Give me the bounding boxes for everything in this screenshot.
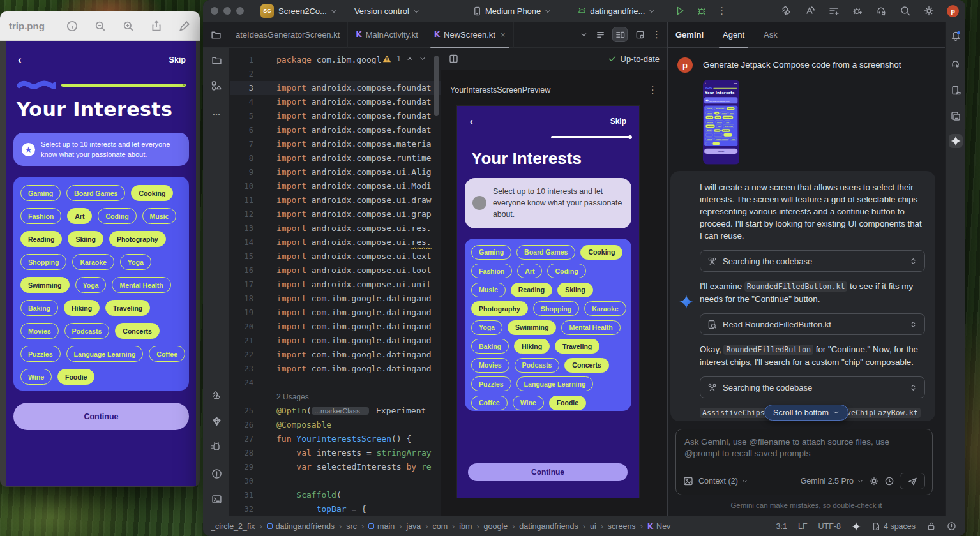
app-quality-insights-icon[interactable] bbox=[209, 414, 223, 428]
back-icon[interactable]: ‹ bbox=[705, 82, 705, 85]
interest-chip[interactable]: Podcasts bbox=[714, 133, 722, 137]
interest-chip[interactable]: Movies bbox=[20, 323, 59, 339]
interest-chip[interactable]: Music bbox=[728, 112, 735, 115]
breadcrumb-item[interactable]: google bbox=[484, 522, 508, 531]
interest-chip[interactable]: Wine bbox=[705, 142, 711, 145]
interest-chip[interactable]: Movies bbox=[705, 133, 712, 137]
interest-chip[interactable]: Traveling bbox=[721, 129, 730, 132]
interest-chip[interactable]: Cooking bbox=[727, 107, 735, 110]
interest-chip[interactable]: Baking bbox=[471, 339, 509, 354]
problems-tool-icon[interactable] bbox=[209, 466, 223, 480]
interest-chip[interactable]: Skiing bbox=[714, 116, 721, 119]
send-button[interactable] bbox=[900, 473, 925, 489]
interest-chip[interactable]: Hiking bbox=[514, 339, 550, 354]
interest-chip[interactable]: Gaming bbox=[471, 245, 511, 260]
interest-chip[interactable]: Fashion bbox=[471, 264, 512, 278]
interest-chip[interactable]: Board Games bbox=[516, 245, 575, 260]
more-tool-windows-icon[interactable]: … bbox=[209, 105, 223, 119]
back-icon[interactable]: ‹ bbox=[18, 54, 22, 66]
debug-button[interactable] bbox=[697, 6, 707, 16]
interest-chip[interactable]: Podcasts bbox=[64, 323, 110, 339]
gemini-status-spark-icon[interactable] bbox=[852, 522, 861, 531]
project-selector[interactable]: Screen2Co... bbox=[278, 6, 338, 16]
usages-hint[interactable]: 2 Usages bbox=[276, 392, 309, 401]
interest-chip[interactable]: Coffee bbox=[149, 346, 185, 362]
gradle-sync-elephant-icon[interactable] bbox=[875, 5, 887, 17]
interest-chip[interactable]: Coffee bbox=[730, 138, 737, 141]
interest-chip[interactable]: Concerts bbox=[723, 133, 732, 137]
continue-button[interactable]: Continue bbox=[704, 149, 737, 154]
zoom-in-icon[interactable] bbox=[122, 20, 135, 33]
code-line[interactable]: 17import androidx.compose.ui.unit bbox=[230, 278, 441, 292]
preview-composable-name[interactable]: YourInterestsScreenPreview bbox=[450, 86, 550, 94]
interest-chip[interactable]: Mental Health bbox=[112, 277, 170, 293]
code-line[interactable]: 2 Usages bbox=[230, 390, 441, 404]
code-line[interactable]: 12import androidx.compose.ui.grap bbox=[230, 207, 441, 221]
interest-chip[interactable]: Yoga bbox=[471, 320, 502, 335]
interest-chip[interactable]: Mental Health bbox=[561, 320, 620, 335]
compose-preview-phone[interactable]: ‹SkipYour InterestsSelect up to 10 inter… bbox=[457, 106, 639, 498]
interest-chip[interactable]: Shopping bbox=[20, 254, 66, 270]
profiler-bug-icon[interactable] bbox=[852, 5, 863, 17]
interest-chip[interactable]: Language Learning bbox=[714, 138, 729, 141]
interest-chip[interactable]: Coding bbox=[547, 264, 585, 278]
interest-chip[interactable]: Cooking bbox=[580, 245, 622, 260]
interest-chip[interactable]: Fashion bbox=[705, 112, 713, 115]
skip-button[interactable]: Skip bbox=[734, 82, 737, 84]
code-line[interactable]: 15import androidx.compose.ui.text bbox=[230, 249, 441, 264]
code-line[interactable]: 26@Composable bbox=[230, 418, 441, 432]
more-actions-kebab[interactable]: ⋮ bbox=[717, 5, 727, 17]
code-editor[interactable]: 1package com.ibm.googl23import androidx.… bbox=[230, 48, 441, 516]
interest-chip[interactable]: Karaoke bbox=[584, 301, 626, 316]
build-tool-icon[interactable] bbox=[209, 389, 223, 403]
breadcrumb-item[interactable]: datingandfriends bbox=[519, 522, 578, 531]
code-line[interactable]: 14import androidx.compose.ui.res. bbox=[230, 235, 441, 249]
interest-chip[interactable]: Concerts bbox=[564, 358, 609, 373]
interest-chip[interactable]: Puzzles bbox=[471, 376, 511, 391]
tab-agent[interactable]: Agent bbox=[723, 22, 744, 48]
tab-close-icon[interactable]: × bbox=[501, 30, 506, 40]
breadcrumb-item[interactable]: ui bbox=[590, 522, 596, 531]
code-line[interactable]: 9import androidx.compose.ui.Alig bbox=[230, 165, 441, 179]
interest-chip[interactable]: Art bbox=[517, 264, 542, 278]
interest-chip[interactable]: Hiking bbox=[64, 300, 100, 316]
gemini-prompt-input[interactable] bbox=[676, 429, 932, 469]
code-line[interactable]: 10import androidx.compose.ui.Modi bbox=[230, 179, 441, 193]
tab-list-chevron-icon[interactable] bbox=[580, 31, 588, 39]
breadcrumb-item[interactable]: java bbox=[406, 522, 421, 531]
breadcrumb-item[interactable]: main bbox=[368, 522, 395, 531]
continue-button[interactable]: Continue bbox=[468, 463, 628, 481]
window-close-button[interactable] bbox=[211, 7, 218, 15]
interest-chip[interactable]: Cooking bbox=[131, 185, 173, 201]
continue-button[interactable]: Continue bbox=[13, 403, 189, 430]
context-dropdown[interactable]: Context (2) bbox=[698, 477, 748, 486]
inspections-widget[interactable]: 1 bbox=[382, 53, 426, 64]
scroll-to-bottom-button[interactable]: Scroll to bottom bbox=[764, 405, 848, 421]
history-clock-icon[interactable] bbox=[884, 476, 894, 486]
ai-code-actions-icon[interactable] bbox=[804, 5, 816, 17]
interest-chip[interactable]: Photography bbox=[471, 301, 528, 316]
skip-button[interactable]: Skip bbox=[610, 117, 626, 126]
device-selector[interactable]: Medium Phone bbox=[472, 6, 552, 16]
interest-chip[interactable]: Fashion bbox=[20, 208, 61, 224]
interest-chip[interactable]: Mental Health bbox=[723, 124, 734, 128]
code-line[interactable]: 11import androidx.compose.ui.draw bbox=[230, 193, 441, 207]
interest-chip[interactable]: Music bbox=[471, 283, 506, 297]
interest-chip[interactable]: Yoga bbox=[725, 120, 730, 123]
interest-chip[interactable]: Shopping bbox=[705, 120, 714, 123]
code-line[interactable]: 31 Scaffold( bbox=[230, 488, 441, 502]
share-icon[interactable] bbox=[150, 20, 163, 33]
interest-chip[interactable]: Photography bbox=[723, 116, 734, 119]
interest-chip[interactable]: Baking bbox=[705, 129, 712, 132]
logcat-cat-icon[interactable] bbox=[209, 440, 223, 454]
preview-options-kebab[interactable]: ⋮ bbox=[648, 84, 658, 96]
code-line[interactable]: 32 topBar = { bbox=[230, 502, 441, 516]
project-tool-icon[interactable] bbox=[209, 53, 223, 67]
interest-chip[interactable]: Music bbox=[142, 208, 177, 224]
editor-scrollbar[interactable] bbox=[434, 56, 439, 116]
interest-chip[interactable]: Art bbox=[714, 112, 719, 115]
interest-chip[interactable]: Karaoke bbox=[72, 254, 114, 270]
vcs-widget[interactable]: Version control bbox=[354, 6, 420, 16]
zoom-out-icon[interactable] bbox=[94, 20, 107, 33]
encoding-selector[interactable]: UTF-8 bbox=[818, 522, 841, 531]
